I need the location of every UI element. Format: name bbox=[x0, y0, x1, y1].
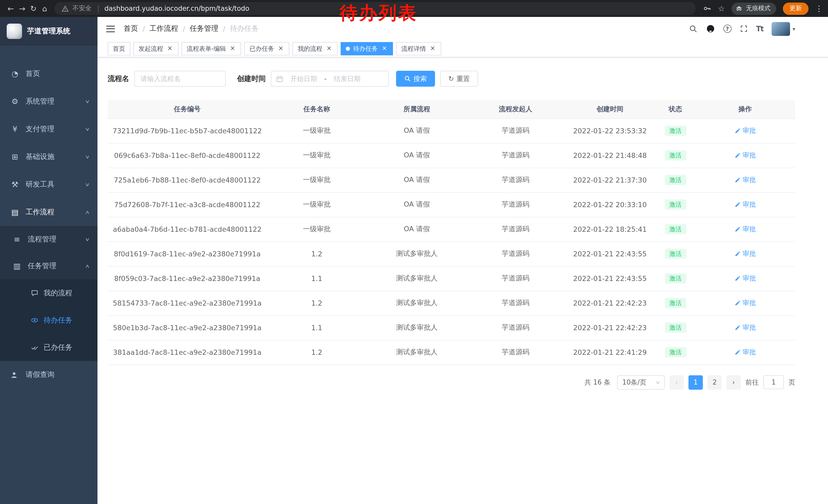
search-button[interactable]: 搜索 bbox=[396, 71, 435, 87]
close-icon[interactable]: × bbox=[277, 45, 285, 52]
breadcrumb-home[interactable]: 首页 bbox=[124, 24, 138, 33]
tab-done-tasks[interactable]: 已办任务 × bbox=[244, 42, 290, 55]
close-icon[interactable]: × bbox=[381, 45, 388, 52]
tab-process-detail[interactable]: 流程详情 × bbox=[396, 42, 442, 55]
browser-forward-icon[interactable]: → bbox=[16, 4, 28, 13]
user-menu[interactable]: ▾ bbox=[772, 22, 795, 36]
table-row: 381aa1dd-7ac8-11ec-a9e2-a2380e71991a 1.2… bbox=[108, 340, 795, 365]
approve-link[interactable]: 审批 bbox=[734, 323, 756, 332]
calendar-icon bbox=[276, 75, 283, 82]
sidebar-item-done-tasks[interactable]: 已办任务 bbox=[0, 334, 97, 361]
close-icon[interactable]: × bbox=[229, 45, 236, 52]
sidebar-item-process-management[interactable]: ≡ 流程管理 ∨ bbox=[0, 226, 97, 253]
prev-page-button[interactable]: ‹ bbox=[669, 375, 684, 390]
close-icon[interactable]: × bbox=[326, 45, 333, 52]
chevron-down-icon: ∨ bbox=[85, 99, 90, 104]
warning-icon bbox=[61, 5, 69, 12]
omnibox-divider bbox=[98, 5, 98, 12]
approve-link[interactable]: 审批 bbox=[734, 348, 756, 357]
page-content: 流程名 创建时间 - bbox=[97, 57, 828, 504]
browser-reload-icon[interactable]: ↻ bbox=[28, 4, 39, 13]
reset-button[interactable]: ↻ 重置 bbox=[440, 71, 478, 87]
sidebar-item-infrastructure[interactable]: ⊞ 基础设施 ∨ bbox=[0, 143, 97, 171]
header-process: 所属流程 bbox=[367, 100, 467, 119]
sidebar-item-system[interactable]: ⚙ 系统管理 ∨ bbox=[0, 88, 97, 116]
approve-link[interactable]: 审批 bbox=[734, 126, 756, 135]
edit-icon bbox=[734, 201, 741, 208]
next-page-button[interactable]: › bbox=[727, 375, 741, 390]
annotation-text: 待办列表 bbox=[340, 1, 418, 25]
edit-icon bbox=[734, 251, 741, 257]
approve-link[interactable]: 审批 bbox=[734, 151, 756, 160]
github-icon[interactable] bbox=[706, 24, 715, 33]
collapse-sidebar-icon[interactable] bbox=[106, 26, 115, 32]
incognito-icon bbox=[735, 5, 743, 12]
status-badge: 激活 bbox=[665, 273, 686, 284]
tab-home[interactable]: 首页 bbox=[108, 42, 130, 55]
tab-my-process[interactable]: 我的流程 × bbox=[293, 42, 338, 55]
sidebar-item-workflow[interactable]: ▤ 工作流程 ∧ bbox=[0, 198, 97, 226]
person-icon bbox=[10, 371, 19, 379]
page-1-button[interactable]: 1 bbox=[689, 375, 703, 390]
date-range-picker[interactable]: - bbox=[271, 71, 389, 87]
range-separator: - bbox=[324, 75, 327, 83]
chevron-up-icon: ∧ bbox=[85, 264, 90, 269]
status-badge: 激活 bbox=[665, 224, 686, 235]
approve-link[interactable]: 审批 bbox=[734, 299, 756, 308]
edit-icon bbox=[734, 177, 741, 183]
security-label: 不安全 bbox=[72, 4, 92, 13]
status-badge: 激活 bbox=[665, 322, 686, 333]
sidebar-menu: ◔ 首页 ⚙ 系统管理 ∨ ¥ 支付管理 ∨ ⊞ 基础设施 ∨ bbox=[0, 46, 97, 388]
sidebar-item-leave-query[interactable]: 请假查询 bbox=[0, 361, 97, 388]
browser-back-icon[interactable]: ← bbox=[5, 4, 16, 13]
browser-home-icon[interactable]: ⌂ bbox=[39, 4, 50, 13]
bookmark-star-icon[interactable]: ☆ bbox=[718, 4, 725, 13]
sidebar-item-my-process[interactable]: 我的流程 bbox=[0, 279, 97, 307]
chevron-down-icon: ∨ bbox=[85, 154, 90, 159]
help-icon[interactable]: ? bbox=[723, 25, 731, 33]
tab-todo-tasks[interactable]: 待办任务 × bbox=[341, 42, 393, 55]
chevron-down-icon: ∨ bbox=[656, 380, 661, 385]
eye-icon bbox=[31, 316, 38, 324]
close-icon[interactable]: × bbox=[429, 45, 436, 52]
tab-start-process[interactable]: 发起流程 × bbox=[133, 42, 178, 55]
caret-down-icon: ▾ bbox=[793, 26, 795, 32]
status-badge: 激活 bbox=[665, 175, 686, 185]
sidebar-item-payment[interactable]: ¥ 支付管理 ∨ bbox=[0, 116, 97, 143]
font-size-icon[interactable]: Tt bbox=[756, 25, 763, 33]
goto-page-input[interactable] bbox=[763, 375, 784, 389]
chevron-down-icon: ∨ bbox=[85, 127, 90, 132]
sidebar-item-devtools[interactable]: ⚒ 研发工具 ∨ bbox=[0, 171, 97, 198]
breadcrumb-task-management[interactable]: 任务管理 bbox=[190, 24, 218, 33]
fullscreen-icon[interactable] bbox=[740, 25, 748, 33]
header-actions: ? Tt ▾ bbox=[689, 22, 795, 36]
tab-bar: 首页 发起流程 × 流程表单-编辑 × 已办任务 × 我的流程 × bbox=[97, 41, 828, 57]
incognito-badge: 无痕模式 bbox=[732, 2, 776, 15]
sidebar-item-home[interactable]: ◔ 首页 bbox=[0, 60, 97, 88]
app-logo-row[interactable]: 芋道管理系统 bbox=[0, 17, 97, 46]
chevron-down-icon: ∨ bbox=[85, 237, 90, 242]
search-icon[interactable] bbox=[689, 25, 697, 33]
approve-link[interactable]: 审批 bbox=[734, 225, 756, 234]
app-title: 芋道管理系统 bbox=[27, 27, 70, 36]
sidebar-item-task-management[interactable]: ▥ 任务管理 ∧ bbox=[0, 253, 97, 279]
update-button[interactable]: 更新 bbox=[783, 2, 809, 15]
monitor-icon: ⊞ bbox=[10, 152, 19, 162]
breadcrumb-workflow[interactable]: 工作流程 bbox=[150, 24, 178, 33]
page-size-select[interactable]: 10条/页 ∨ bbox=[617, 375, 665, 390]
close-icon[interactable]: × bbox=[166, 45, 173, 52]
approve-link[interactable]: 审批 bbox=[734, 175, 756, 185]
sidebar-item-todo-tasks[interactable]: 待办任务 bbox=[0, 307, 97, 334]
process-name-input[interactable] bbox=[134, 71, 226, 87]
key-icon[interactable] bbox=[703, 4, 711, 13]
status-badge: 激活 bbox=[665, 249, 686, 259]
start-date-input[interactable] bbox=[285, 75, 322, 83]
approve-link[interactable]: 审批 bbox=[734, 274, 756, 283]
browser-menu-icon[interactable]: ⋮ bbox=[815, 4, 823, 13]
page-2-button[interactable]: 2 bbox=[707, 375, 722, 390]
approve-link[interactable]: 审批 bbox=[734, 200, 756, 209]
approve-link[interactable]: 审批 bbox=[734, 249, 756, 259]
end-date-input[interactable] bbox=[329, 75, 366, 83]
tab-form-edit[interactable]: 流程表单-编辑 × bbox=[181, 42, 241, 55]
double-check-icon bbox=[31, 343, 38, 351]
